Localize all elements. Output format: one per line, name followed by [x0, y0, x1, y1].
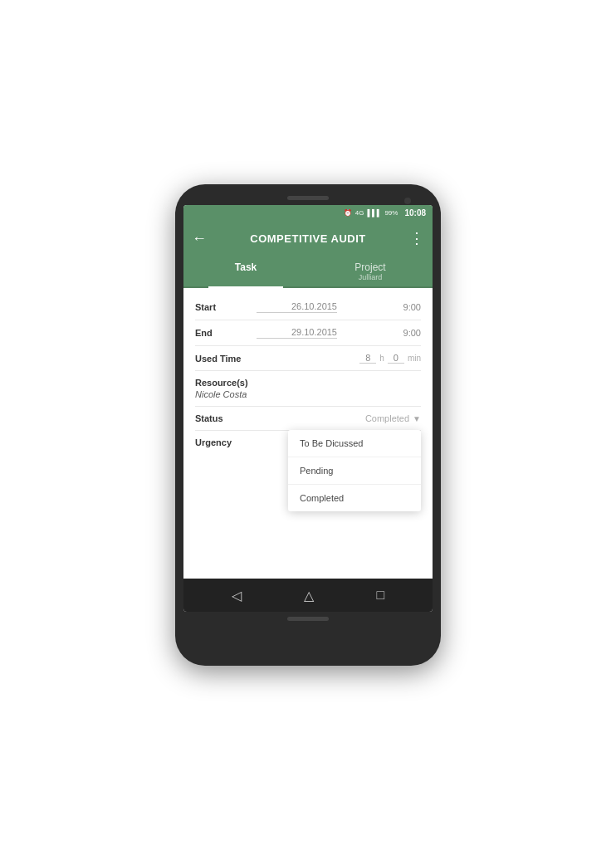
status-row: Status Completed ▼ To Be Dicussed Pendin…	[195, 407, 421, 431]
used-time-values: 8 h 0 min	[253, 353, 421, 364]
dropdown-option-completed[interactable]: Completed	[288, 485, 421, 511]
dropdown-option-to-be-discussed[interactable]: To Be Dicussed	[288, 430, 421, 457]
nav-back-button[interactable]: ◁	[223, 583, 250, 608]
status-bar: ⏰ 4G ▌▌▌ 99% 10:08	[183, 205, 433, 220]
nav-home-button[interactable]: △	[296, 583, 322, 608]
more-menu-button[interactable]: ⋮	[409, 229, 424, 247]
phone-top-bar	[183, 196, 433, 200]
start-time[interactable]: 9:00	[340, 302, 421, 312]
status-label: Status	[195, 413, 253, 423]
hours-value[interactable]: 8	[359, 353, 376, 364]
resources-label: Resource(s)	[195, 378, 421, 388]
start-date[interactable]: 26.10.2015	[257, 301, 337, 313]
end-time[interactable]: 9:00	[340, 328, 421, 338]
status-dropdown-arrow[interactable]: ▼	[413, 414, 421, 423]
dropdown-option-pending[interactable]: Pending	[288, 457, 421, 485]
project-sub-label: Julliard	[308, 273, 433, 281]
battery-icon: 99%	[384, 209, 398, 217]
tab-task[interactable]: Task	[183, 256, 308, 286]
page-title: COMPETITIVE AUDIT	[213, 232, 403, 245]
app-bar: ← COMPETITIVE AUDIT ⋮	[183, 220, 433, 256]
urgency-label: Urgency	[195, 437, 253, 447]
nav-recent-button[interactable]: □	[369, 583, 394, 608]
minutes-value[interactable]: 0	[388, 353, 404, 364]
start-row: Start 26.10.2015 9:00	[195, 295, 421, 320]
status-dropdown-menu: To Be Dicussed Pending Completed	[288, 430, 421, 511]
signal-icon: ▌▌▌	[367, 209, 381, 217]
resources-value[interactable]: Nicole Costa	[195, 389, 421, 399]
phone-bottom-bar	[183, 617, 433, 621]
nav-bar: ◁ △ □	[183, 579, 433, 612]
minutes-unit: min	[408, 354, 421, 363]
time-display: 10:08	[404, 208, 426, 217]
used-time-row: Used Time 8 h 0 min	[195, 346, 421, 371]
end-label: End	[195, 328, 253, 338]
phone-frame: ⏰ 4G ▌▌▌ 99% 10:08 ← COMPETITIVE AUDIT ⋮…	[175, 184, 441, 666]
used-time-label: Used Time	[195, 354, 253, 364]
status-value[interactable]: Completed	[253, 413, 409, 423]
phone-camera	[404, 198, 411, 204]
start-label: Start	[195, 302, 253, 312]
phone-speaker	[287, 196, 329, 200]
phone-screen: ⏰ 4G ▌▌▌ 99% 10:08 ← COMPETITIVE AUDIT ⋮…	[183, 205, 433, 612]
end-date[interactable]: 29.10.2015	[257, 327, 337, 339]
hours-unit: h	[379, 354, 384, 363]
tab-project[interactable]: Project Julliard	[308, 256, 433, 286]
end-row: End 29.10.2015 9:00	[195, 320, 421, 346]
resources-section: Resource(s) Nicole Costa	[195, 371, 421, 407]
alarm-icon: ⏰	[344, 209, 352, 217]
4g-icon: 4G	[355, 209, 364, 217]
back-button[interactable]: ←	[192, 230, 207, 247]
content-area: Start 26.10.2015 9:00 End 29.10.2015 9:0…	[183, 288, 433, 579]
tabs-bar: Task Project Julliard	[183, 256, 433, 288]
